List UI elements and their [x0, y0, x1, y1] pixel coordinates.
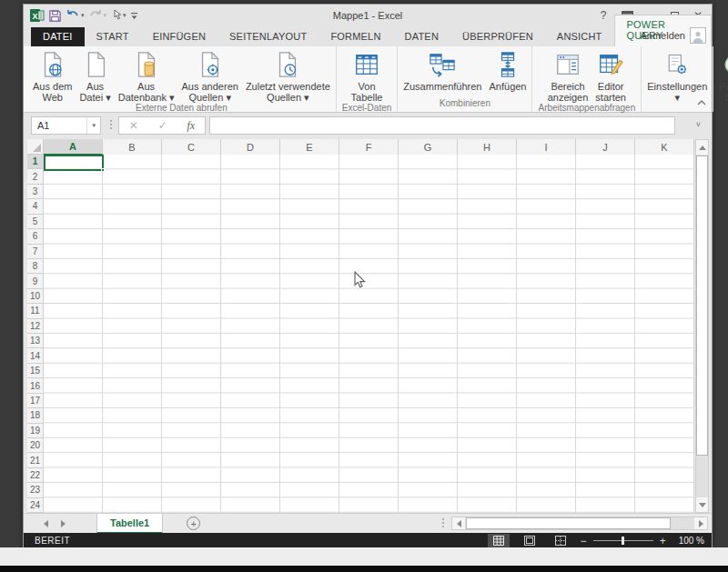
- save-icon[interactable]: [48, 7, 62, 24]
- row-header-9[interactable]: 9: [27, 274, 43, 288]
- scroll-down-icon[interactable]: [696, 497, 708, 512]
- horizontal-scroll-thumb[interactable]: [466, 517, 671, 529]
- excel-logo-icon[interactable]: X: [30, 7, 45, 24]
- row-header-8[interactable]: 8: [27, 259, 43, 274]
- von-tabelle-button[interactable]: Von Tabelle: [348, 47, 387, 103]
- row-header-24[interactable]: 24: [27, 498, 43, 513]
- column-header-I[interactable]: I: [517, 139, 576, 155]
- next-sheet-icon[interactable]: [61, 520, 66, 527]
- vertical-scrollbar[interactable]: [695, 139, 709, 513]
- formula-input[interactable]: [209, 116, 675, 135]
- zoom-slider-thumb[interactable]: [622, 537, 624, 545]
- aus-datei-button[interactable]: Aus Datei ▾: [76, 47, 114, 103]
- tab-ueberpruefen[interactable]: ÜBERPRÜFEN: [450, 27, 545, 46]
- help-window-icon[interactable]: ?: [592, 5, 615, 25]
- column-header-J[interactable]: J: [576, 139, 635, 155]
- row-header-22[interactable]: 22: [27, 468, 43, 483]
- active-cell-selection[interactable]: [44, 155, 104, 171]
- name-box[interactable]: A1 ▾: [31, 116, 101, 135]
- tab-seitenlayout[interactable]: SEITENLAYOUT: [217, 27, 318, 46]
- row-header-4[interactable]: 4: [27, 199, 43, 214]
- sign-in[interactable]: Anmelden: [640, 27, 706, 44]
- ribbon-tab-row: DATEI START EINFÜGEN SEITENLAYOUT FORMEL…: [24, 26, 712, 46]
- expand-formula-bar-icon[interactable]: ˅: [696, 120, 701, 129]
- column-header-D[interactable]: D: [221, 139, 280, 155]
- cancel-entry-icon[interactable]: ✕: [129, 119, 138, 132]
- touch-mouse-mode-button[interactable]: ▾: [110, 7, 126, 24]
- row-header-6[interactable]: 6: [27, 229, 43, 244]
- page-layout-view-icon[interactable]: [519, 534, 541, 547]
- formula-bar-splitter[interactable]: [110, 120, 112, 129]
- tab-ansicht[interactable]: ANSICHT: [545, 27, 614, 46]
- row-header-10[interactable]: 10: [27, 289, 43, 304]
- row-header-14[interactable]: 14: [27, 348, 43, 363]
- row-header-13[interactable]: 13: [27, 334, 43, 348]
- row-header-11[interactable]: 11: [27, 304, 43, 318]
- column-header-A[interactable]: A: [44, 139, 103, 155]
- redo-dropdown-icon[interactable]: ▾: [104, 12, 107, 19]
- fill-handle[interactable]: [101, 168, 105, 172]
- editor-starten-button[interactable]: Editor starten: [592, 47, 630, 103]
- row-header-16[interactable]: 16: [27, 378, 43, 393]
- power-bi-button[interactable]: Power BI ▾: [715, 47, 728, 103]
- group-power-bi: Power BI ▾: [713, 46, 728, 112]
- column-header-K[interactable]: K: [635, 139, 694, 155]
- name-box-dropdown-icon[interactable]: ▾: [86, 117, 100, 134]
- button-label: Datei ▾: [79, 92, 110, 103]
- zoom-slider[interactable]: [593, 540, 653, 541]
- normal-view-icon[interactable]: [488, 534, 510, 547]
- scroll-right-icon[interactable]: [694, 517, 707, 529]
- insert-function-icon[interactable]: fx: [187, 119, 195, 133]
- vertical-scroll-thumb[interactable]: [696, 156, 708, 456]
- tab-start[interactable]: START: [85, 27, 141, 46]
- tab-formeln[interactable]: FORMELN: [318, 27, 392, 46]
- page-break-preview-icon[interactable]: [550, 534, 571, 547]
- bereich-anzeigen-button[interactable]: Bereich anzeigen: [544, 47, 592, 103]
- row-header-17[interactable]: 17: [27, 394, 43, 408]
- sheet-tab-tabelle1[interactable]: Tabelle1: [96, 514, 163, 534]
- aus-anderen-quellen-button[interactable]: Aus anderen Quellen ▾: [177, 47, 241, 103]
- select-all-button[interactable]: [27, 139, 44, 155]
- touch-mode-dropdown-icon[interactable]: ▾: [123, 12, 126, 19]
- scroll-up-icon[interactable]: [696, 140, 708, 155]
- row-header-18[interactable]: 18: [27, 408, 43, 423]
- tab-daten[interactable]: DATEN: [393, 27, 450, 46]
- column-header-H[interactable]: H: [458, 139, 517, 155]
- row-header-20[interactable]: 20: [27, 438, 43, 453]
- anfuegen-button[interactable]: Anfügen: [486, 47, 531, 92]
- aus-dem-web-button[interactable]: Aus dem Web: [29, 47, 76, 103]
- confirm-entry-icon[interactable]: ✓: [158, 119, 167, 132]
- row-header-2[interactable]: 2: [27, 169, 43, 184]
- column-header-C[interactable]: C: [162, 139, 221, 155]
- row-header-3[interactable]: 3: [27, 185, 43, 199]
- row-header-5[interactable]: 5: [27, 215, 43, 229]
- tab-datei[interactable]: DATEI: [31, 27, 85, 46]
- previous-sheet-icon[interactable]: [44, 520, 48, 527]
- zuletzt-verwendete-quellen-button[interactable]: Zuletzt verwendete Quellen ▾: [242, 47, 334, 103]
- undo-button[interactable]: ▾: [66, 7, 85, 24]
- new-sheet-icon[interactable]: +: [187, 517, 200, 530]
- column-header-G[interactable]: G: [399, 139, 458, 155]
- undo-dropdown-icon[interactable]: ▾: [81, 12, 85, 19]
- tab-scroll-splitter[interactable]: [442, 518, 444, 527]
- customize-qat-icon[interactable]: [130, 7, 138, 24]
- collapse-ribbon-icon[interactable]: [697, 93, 706, 109]
- column-header-B[interactable]: B: [103, 139, 162, 155]
- column-header-F[interactable]: F: [339, 139, 399, 155]
- zusammenfuehren-button[interactable]: Zusammenführen: [399, 47, 485, 92]
- row-header-1[interactable]: 1: [27, 155, 43, 169]
- row-header-15[interactable]: 15: [27, 364, 43, 378]
- zoom-level[interactable]: 100 %: [679, 536, 704, 546]
- horizontal-scrollbar[interactable]: [451, 517, 708, 530]
- row-header-12[interactable]: 12: [27, 319, 43, 334]
- row-header-23[interactable]: 23: [27, 483, 43, 497]
- scroll-left-icon[interactable]: [452, 517, 465, 529]
- row-header-21[interactable]: 21: [27, 453, 43, 467]
- sheet-cells[interactable]: [44, 155, 694, 513]
- column-header-E[interactable]: E: [280, 139, 339, 155]
- row-header-7[interactable]: 7: [27, 245, 43, 259]
- tab-einfuegen[interactable]: EINFÜGEN: [141, 27, 217, 46]
- aus-datenbank-button[interactable]: Aus Datenbank ▾: [115, 47, 178, 103]
- redo-button[interactable]: ▾: [88, 7, 107, 24]
- row-header-19[interactable]: 19: [27, 424, 43, 438]
